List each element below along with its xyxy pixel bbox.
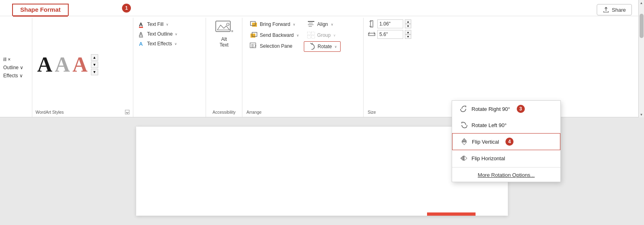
text-outline-arrow: ∨ <box>175 32 177 36</box>
svg-rect-11 <box>250 34 255 38</box>
send-backward-label: Send Backward <box>260 32 294 38</box>
selection-pane-button[interactable]: Selection Pane <box>246 41 302 51</box>
flip-vertical-label: Flip Vertical <box>472 139 499 145</box>
width-spin-down[interactable]: ▼ <box>405 34 411 39</box>
arrange-col-1: Bring Forward ∨ Send Backward ∨ <box>246 19 302 51</box>
share-icon <box>603 6 609 13</box>
wordart-bottom: WordArt Styles <box>36 110 130 115</box>
alt-text-label: Alt <box>221 36 227 42</box>
shape-format-tab[interactable]: Shape Format <box>12 4 69 16</box>
send-backward-icon <box>250 32 258 39</box>
letter-a-black[interactable]: A <box>37 54 53 75</box>
text-fill-item[interactable]: A Text Fill ∨ <box>137 19 202 29</box>
letter-a-gray[interactable]: A <box>55 54 70 75</box>
vertical-scrollbar[interactable]: ▲ ▼ <box>638 0 644 117</box>
wordart-scroll-down[interactable]: ▼ <box>91 62 98 68</box>
bring-forward-button[interactable]: Bring Forward ∨ <box>246 19 302 29</box>
effects-item[interactable]: Effects ∨ <box>3 72 29 80</box>
text-fill-icon: A <box>138 21 145 28</box>
wordart-group: A A A ▲ ▼ ▼ WordArt Styles <box>32 18 133 117</box>
flip-horizontal-icon <box>459 154 468 163</box>
svg-rect-17 <box>309 26 312 27</box>
svg-rect-9 <box>252 23 257 27</box>
effects-label: Effects ∨ <box>3 73 23 79</box>
svg-marker-25 <box>462 142 467 145</box>
rotate-right-icon <box>459 104 468 113</box>
flip-vertical-item[interactable]: Flip Vertical 4 <box>452 133 560 150</box>
ribbon: Shape Format 1 Share ill × Outline ∨ Eff… <box>0 0 644 117</box>
align-icon <box>307 21 315 28</box>
height-icon <box>368 20 376 28</box>
svg-marker-26 <box>461 156 463 161</box>
text-fill-arrow: ∨ <box>166 23 168 26</box>
svg-point-7 <box>227 23 229 25</box>
wordart-scroll-up[interactable]: ▲ <box>91 54 98 61</box>
text-fill-label: Text Fill <box>147 21 164 27</box>
text-styles-group: A Text Fill ∨ A Text Outline ∨ <box>133 18 206 117</box>
more-rotation-item[interactable]: More Rotation Options... <box>452 168 560 182</box>
group-button[interactable]: Group ∨ <box>304 30 341 40</box>
tab-bar: Shape Format 1 Share <box>0 0 644 16</box>
accessibility-group: ≡ Alt Text Accessibility <box>206 18 242 117</box>
align-button[interactable]: Align ∨ <box>304 19 341 29</box>
flip-horizontal-item[interactable]: Flip Horizontal <box>452 150 560 166</box>
letter-a-orange[interactable]: A <box>72 54 88 75</box>
more-rotation-label: More Rotation Options... <box>478 172 535 178</box>
outline-item[interactable]: Outline ∨ <box>3 64 29 72</box>
width-spin-up[interactable]: ▲ <box>405 30 411 34</box>
size-label: Size <box>368 110 412 115</box>
wordart-expand-icon[interactable] <box>125 110 130 115</box>
height-spin-up[interactable]: ▲ <box>405 19 411 24</box>
arrange-col-2: Align ∨ Group ∨ <box>304 19 341 52</box>
scrollbar-thumb[interactable] <box>640 14 644 38</box>
text-effects-arrow: ∨ <box>175 42 177 46</box>
send-backward-button[interactable]: Send Backward ∨ <box>246 30 302 40</box>
size-height-row: ▲ ▼ <box>368 19 412 28</box>
red-bar <box>427 212 476 216</box>
text-effects-item[interactable]: A Text Effects ∨ <box>137 39 202 49</box>
share-button[interactable]: Share <box>597 4 632 15</box>
svg-rect-16 <box>308 24 314 25</box>
outline-label: Outline ∨ <box>3 65 23 70</box>
rotate-dropdown: Rotate Right 90° 3 Rotate Left 90° Flip … <box>452 100 561 182</box>
wordart-top: A A A ▲ ▼ ▼ <box>36 19 130 110</box>
rotate-button[interactable]: Rotate ∨ <box>304 41 341 52</box>
arrange-top: Bring Forward ∨ Send Backward ∨ <box>246 19 359 110</box>
svg-text:A: A <box>139 41 143 47</box>
scroll-down-arrow[interactable]: ▼ <box>639 112 644 117</box>
svg-text:A: A <box>139 21 143 28</box>
rotate-left-item[interactable]: Rotate Left 90° <box>452 117 560 133</box>
rotate-right-item[interactable]: Rotate Right 90° 3 <box>452 101 560 117</box>
rotate-left-label: Rotate Left 90° <box>471 122 507 128</box>
text-outline-item[interactable]: A Text Outline ∨ <box>137 29 202 39</box>
svg-marker-24 <box>462 138 467 141</box>
group-label: Group <box>317 32 330 38</box>
flip-vertical-icon <box>460 137 469 146</box>
width-input[interactable] <box>377 30 403 39</box>
text-outline-icon: A <box>138 30 145 38</box>
svg-rect-15 <box>309 23 313 23</box>
left-partial-group: ill × Outline ∨ Effects ∨ <box>0 18 32 117</box>
size-width-row: ▲ ▼ <box>368 30 412 39</box>
tab-label: Shape Format <box>20 6 61 13</box>
text-outline-label: Text Outline <box>147 31 173 37</box>
alt-text-icon[interactable]: ≡ <box>214 19 235 36</box>
wordart-expand[interactable]: ▼ <box>91 69 98 75</box>
width-icon <box>368 30 376 38</box>
svg-marker-27 <box>464 156 467 161</box>
svg-text:A: A <box>139 31 143 37</box>
align-label: Align <box>317 21 328 27</box>
svg-rect-14 <box>308 21 314 22</box>
menu-divider <box>452 167 560 168</box>
svg-text:≡: ≡ <box>231 29 233 33</box>
rotate-right-label: Rotate Right 90° <box>471 106 510 112</box>
height-spin-down[interactable]: ▼ <box>405 24 411 28</box>
height-input[interactable] <box>377 19 403 28</box>
bring-forward-label: Bring Forward <box>260 21 290 27</box>
scroll-up-arrow[interactable]: ▲ <box>639 0 644 6</box>
height-spin: ▲ ▼ <box>405 19 411 28</box>
ill-item[interactable]: ill × <box>3 55 29 64</box>
share-label: Share <box>612 7 626 13</box>
rotate-label: Rotate <box>318 44 332 49</box>
flip-horizontal-label: Flip Horizontal <box>471 155 505 161</box>
